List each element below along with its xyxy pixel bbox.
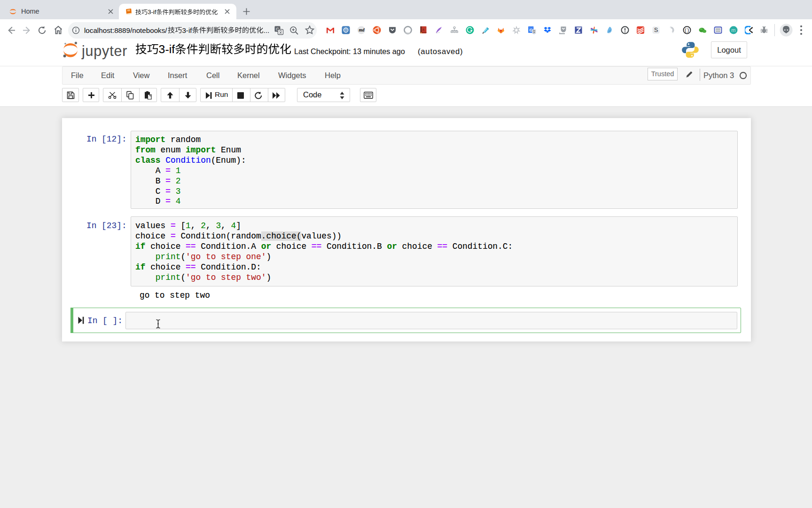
- svg-text:S: S: [654, 27, 658, 33]
- svg-text:( ): ( ): [685, 28, 689, 33]
- svg-text:3-if: 3-if: [148, 8, 156, 16]
- svg-text:md: md: [359, 28, 364, 32]
- svg-text:3-if: 3-if: [159, 43, 175, 56]
- svg-text:m: m: [731, 27, 735, 33]
- svg-text:3-if: 3-if: [182, 26, 192, 34]
- svg-text:...: ...: [264, 26, 270, 34]
